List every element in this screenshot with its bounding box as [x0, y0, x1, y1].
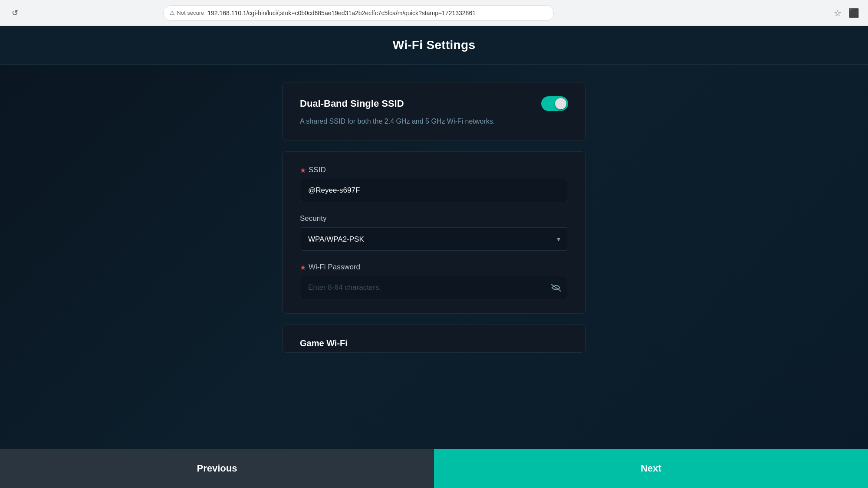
not-secure-badge: ⚠ Not secure: [170, 10, 204, 16]
password-field-group: ★ Wi-Fi Password: [300, 263, 568, 299]
main-area: Dual-Band Single SSID A shared SSID for …: [0, 65, 868, 488]
page-title: Wi-Fi Settings: [0, 38, 868, 52]
ssid-required-star: ★: [300, 166, 306, 174]
security-field-group: Security WPA/WPA2-PSK WPA2-PSK WPA3-SAE …: [300, 214, 568, 251]
password-visibility-toggle[interactable]: [551, 284, 561, 291]
game-wifi-card: Game Wi-Fi: [282, 324, 586, 353]
security-label: Security: [300, 214, 568, 223]
previous-button[interactable]: Previous: [0, 449, 434, 488]
form-container: Dual-Band Single SSID A shared SSID for …: [282, 82, 586, 353]
dual-band-title: Dual-Band Single SSID: [300, 98, 404, 109]
settings-form-card: ★ SSID Security WPA/WPA2-PSK WPA2-PSK: [282, 151, 586, 314]
warning-icon: ⚠: [170, 10, 175, 16]
not-secure-label: Not secure: [177, 10, 204, 16]
url-text[interactable]: 192.168.110.1/cgi-bin/luci/;stok=c0b0cd6…: [207, 10, 547, 16]
bookmark-icon[interactable]: ☆: [834, 8, 842, 18]
security-select-wrapper: WPA/WPA2-PSK WPA2-PSK WPA3-SAE None ▾: [300, 227, 568, 251]
browser-icons-right: ☆ ⬛: [834, 8, 859, 18]
browser-chrome: ↺ ⚠ Not secure 192.168.110.1/cgi-bin/luc…: [0, 0, 868, 26]
toggle-knob: [555, 98, 566, 109]
dual-band-toggle[interactable]: [541, 96, 568, 111]
ssid-input[interactable]: [300, 179, 568, 202]
password-label: ★ Wi-Fi Password: [300, 263, 568, 272]
page-header: Wi-Fi Settings: [0, 26, 868, 65]
password-required-star: ★: [300, 263, 306, 272]
dual-band-header: Dual-Band Single SSID: [300, 96, 568, 111]
page-content: Wi-Fi Settings Dual-Band Single SSID A s…: [0, 26, 868, 488]
password-input[interactable]: [300, 276, 568, 299]
security-select[interactable]: WPA/WPA2-PSK WPA2-PSK WPA3-SAE None: [300, 227, 568, 251]
password-input-wrapper: [300, 276, 568, 299]
reload-button[interactable]: ↺: [9, 7, 21, 19]
next-button[interactable]: Next: [434, 449, 868, 488]
address-bar: ⚠ Not secure 192.168.110.1/cgi-bin/luci/…: [163, 5, 554, 21]
dual-band-card: Dual-Band Single SSID A shared SSID for …: [282, 82, 586, 141]
ssid-label: ★ SSID: [300, 166, 568, 174]
ssid-field-group: ★ SSID: [300, 166, 568, 202]
dual-band-description: A shared SSID for both the 2.4 GHz and 5…: [300, 116, 568, 127]
game-wifi-title: Game Wi-Fi: [300, 338, 348, 348]
bottom-nav: Previous Next: [0, 449, 868, 488]
extensions-icon[interactable]: ⬛: [848, 8, 859, 18]
